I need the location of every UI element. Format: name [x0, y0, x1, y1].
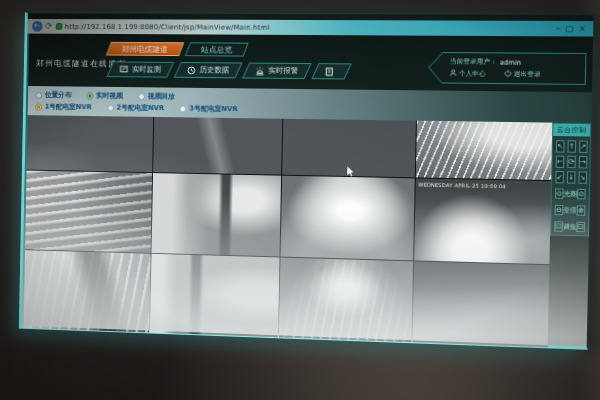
- login-user-label: 当前登录用户：: [450, 57, 497, 67]
- zoom-out-button[interactable]: ⊖: [555, 205, 564, 215]
- history-data-button[interactable]: 历史数据: [174, 62, 243, 78]
- ptz-up-left-button[interactable]: ↖: [556, 140, 565, 152]
- radio-selected-icon: [87, 92, 94, 99]
- browser-back-button[interactable]: ←: [32, 21, 43, 32]
- monitor-icon: [119, 65, 128, 74]
- tab-label: 郑州电缆隧道: [122, 43, 168, 54]
- iris-minus-button[interactable]: ⊙: [555, 188, 564, 198]
- function-toolbar: 实时监测 历史数据: [110, 61, 348, 79]
- radio-label: 3号配电室NVR: [189, 104, 238, 115]
- camera-osd-timestamp: WEDNESDAY APRIL-25 19:09:04: [418, 182, 506, 190]
- radio-icon: [107, 104, 114, 111]
- profile-label: 个人中心: [459, 69, 486, 78]
- report-button[interactable]: [311, 63, 351, 79]
- radio-icon: [180, 105, 187, 112]
- logout-link[interactable]: 退出登录: [504, 70, 541, 80]
- camera-tile-1[interactable]: [27, 115, 153, 172]
- realtime-alarm-button[interactable]: 实时报警: [242, 63, 312, 79]
- ptz-iris-row: ⊙ 光圈 ⊙: [552, 185, 589, 202]
- camera-tile-5[interactable]: [25, 171, 152, 253]
- focus-far-button[interactable]: ⊡: [576, 222, 585, 233]
- url-address-bar[interactable]: http://192.168.1.199:8080/Client/jsp/Mai…: [65, 23, 553, 33]
- view-mode-playback[interactable]: 视频回放: [138, 91, 175, 101]
- maximize-button[interactable]: □: [565, 24, 573, 33]
- camera-tile-9[interactable]: [24, 250, 151, 333]
- tab-tunnel[interactable]: 郑州电缆隧道: [106, 42, 184, 56]
- main-tabs: 郑州电缆隧道 站点总览: [108, 42, 246, 57]
- camera-tile-7[interactable]: [281, 176, 415, 260]
- camera-tile-8[interactable]: WEDNESDAY APRIL-25 19:09:04: [414, 179, 552, 264]
- main-content: WEDNESDAY APRIL-25 19:09:04 云台控制 ↖: [24, 115, 592, 347]
- clipboard-icon: [325, 67, 334, 76]
- person-icon: [450, 69, 457, 78]
- app-page: 郑州电缆隧道在线监测 郑州电缆隧道 站点总览: [22, 34, 593, 347]
- profile-link[interactable]: 个人中心: [450, 69, 486, 78]
- ptz-right-button[interactable]: →: [578, 156, 587, 169]
- radio-icon: [138, 93, 145, 100]
- camera-tile-10[interactable]: [149, 253, 279, 337]
- ptz-panel: 云台控制 ↖ ↑ ↗ ← ⟳ → ↙ ↓ ↘: [550, 123, 591, 237]
- alarm-lamp-icon: [255, 66, 264, 75]
- toolbar-label: 实时监测: [132, 65, 161, 75]
- zoom-label: 变倍: [563, 206, 577, 216]
- ptz-focus-row: ⊡ 调焦 ⊡: [551, 218, 588, 235]
- camera-tile-11[interactable]: [279, 257, 413, 342]
- logout-label: 退出登录: [514, 70, 541, 79]
- toolbar-label: 实时报警: [268, 66, 298, 76]
- monitor-screen: ← ⟳ http://192.168.1.199:8080/Client/jsp…: [19, 12, 595, 350]
- tab-site-overview[interactable]: 站点总览: [185, 42, 249, 56]
- view-mode-location[interactable]: 位置分布: [35, 90, 71, 100]
- camera-tile-4[interactable]: [415, 121, 552, 181]
- mouse-cursor-icon: [347, 162, 355, 181]
- nvr-source-2[interactable]: 2号配电室NVR: [107, 103, 164, 114]
- ptz-column: 云台控制 ↖ ↑ ↗ ← ⟳ → ↙ ↓ ↘: [548, 123, 592, 347]
- radio-label: 位置分布: [45, 90, 72, 100]
- realtime-monitor-button[interactable]: 实时监测: [106, 61, 174, 77]
- ptz-direction-pad: ↖ ↑ ↗ ← ⟳ → ↙ ↓ ↘: [552, 136, 590, 186]
- ptz-auto-scan-button[interactable]: ⟳: [567, 156, 576, 168]
- ptz-left-button[interactable]: ←: [556, 156, 565, 168]
- toolbar-label: 历史数据: [200, 65, 230, 75]
- camera-tile-12[interactable]: [412, 261, 549, 347]
- iris-label: 光圈: [563, 189, 577, 199]
- focus-near-button[interactable]: ⊡: [554, 221, 563, 231]
- tab-label: 站点总览: [201, 44, 232, 55]
- camera-tile-6[interactable]: [151, 173, 281, 256]
- camera-tile-2[interactable]: [153, 117, 283, 175]
- view-mode-realtime-video[interactable]: 实时视频: [87, 91, 123, 101]
- browser-refresh-icon[interactable]: ⟳: [45, 22, 52, 31]
- radio-icon: [35, 91, 42, 98]
- focus-label: 调焦: [563, 222, 577, 232]
- username: admin: [500, 58, 521, 66]
- radio-label: 视频回放: [148, 91, 175, 101]
- close-button[interactable]: ×: [579, 24, 586, 33]
- minimize-button[interactable]: –: [556, 24, 560, 33]
- ptz-panel-title: 云台控制: [553, 124, 590, 137]
- ptz-up-right-button[interactable]: ↗: [579, 140, 588, 152]
- zoom-in-button[interactable]: ⊕: [577, 205, 586, 215]
- nvr-source-1[interactable]: 1号配电室NVR: [35, 102, 92, 112]
- radio-label: 实时视频: [96, 91, 123, 101]
- window-controls: – □ ×: [556, 24, 588, 33]
- alarm-icon: 实时报警: [255, 66, 298, 76]
- camera-grid: WEDNESDAY APRIL-25 19:09:04: [24, 115, 553, 345]
- ptz-down-button[interactable]: ↓: [567, 171, 576, 184]
- radio-selected-icon: [35, 103, 42, 110]
- site-favicon-icon: [55, 23, 62, 30]
- power-icon: [504, 70, 511, 79]
- ptz-down-right-button[interactable]: ↘: [578, 171, 587, 184]
- radio-label: 1号配电室NVR: [45, 102, 92, 112]
- history-clock-icon: [187, 66, 196, 75]
- nvr-source-3[interactable]: 3号配电室NVR: [179, 103, 237, 114]
- ptz-zoom-row: ⊖ 变倍 ⊕: [551, 202, 588, 219]
- ptz-up-button[interactable]: ↑: [567, 140, 576, 152]
- app-header: 郑州电缆隧道在线监测 郑州电缆隧道 站点总览: [28, 34, 593, 93]
- photo-background: ← ⟳ http://192.168.1.199:8080/Client/jsp…: [0, 0, 600, 400]
- user-info-panel: 当前登录用户： admin 个人中心: [428, 52, 586, 85]
- ptz-down-left-button[interactable]: ↙: [555, 171, 564, 183]
- iris-plus-button[interactable]: ⊙: [577, 189, 586, 199]
- radio-label: 2号配电室NVR: [116, 103, 164, 113]
